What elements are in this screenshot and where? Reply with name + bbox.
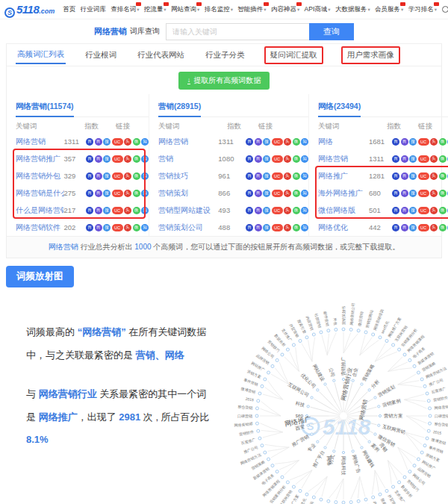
toutiao-icon[interactable]: 头 [284, 190, 291, 197]
so360-icon[interactable]: 搜 [409, 190, 417, 197]
wechat-icon[interactable]: 微 [133, 138, 140, 146]
keyword-link[interactable]: 网络 [318, 137, 369, 147]
wechat-icon[interactable]: 微 [439, 224, 447, 231]
uc-shenma-icon[interactable]: UC [418, 155, 429, 163]
keyword-link[interactable]: 网络营销外包 [16, 171, 64, 181]
keyword-link[interactable]: 营销技巧 [158, 171, 218, 181]
baidu-mobile-icon[interactable]: 百 [401, 207, 408, 214]
uc-shenma-icon[interactable]: UC [272, 138, 283, 146]
baidu-mobile-icon[interactable]: 百 [95, 138, 102, 146]
uc-shenma-icon[interactable]: UC [418, 207, 429, 214]
baidu-pc-icon[interactable]: 百 [86, 172, 93, 180]
toutiao-icon[interactable]: 头 [124, 224, 131, 231]
tab-行业代表网站[interactable]: 行业代表网站 [136, 47, 186, 63]
baidu-mobile-icon[interactable]: 百 [255, 224, 262, 231]
uc-shenma-icon[interactable]: UC [112, 224, 123, 231]
nav-item-内容神器[interactable]: 内容神器▾ [271, 5, 299, 14]
baidu-pc-icon[interactable]: 百 [246, 138, 253, 146]
baidu-pc-icon[interactable]: 百 [246, 207, 253, 214]
baidu-mobile-icon[interactable]: 百 [401, 172, 408, 180]
wechat-icon[interactable]: 微 [439, 138, 447, 146]
highlighted-term[interactable]: 8.1% [26, 434, 49, 445]
zhihu-icon[interactable]: 知 [141, 207, 149, 214]
baidu-pc-icon[interactable]: 百 [392, 138, 399, 146]
wechat-icon[interactable]: 微 [293, 172, 300, 180]
highlighted-term[interactable]: 营销、网络 [136, 349, 184, 361]
toutiao-icon[interactable]: 头 [284, 207, 291, 214]
wechat-icon[interactable]: 微 [293, 138, 300, 146]
so360-icon[interactable]: 搜 [263, 155, 270, 163]
toutiao-icon[interactable]: 头 [284, 155, 291, 163]
uc-shenma-icon[interactable]: UC [272, 172, 283, 180]
wechat-icon[interactable]: 微 [293, 155, 300, 163]
uc-shenma-icon[interactable]: UC [418, 172, 429, 180]
baidu-mobile-icon[interactable]: 百 [95, 224, 102, 231]
baidu-pc-icon[interactable]: 百 [86, 155, 93, 163]
zhihu-icon[interactable]: 知 [301, 172, 308, 180]
so360-icon[interactable]: 搜 [103, 190, 111, 197]
baidu-mobile-icon[interactable]: 百 [401, 190, 408, 197]
zhihu-icon[interactable]: 知 [141, 190, 149, 197]
zhihu-icon[interactable]: 知 [301, 207, 308, 214]
zhihu-icon[interactable]: 知 [301, 138, 308, 146]
tab-疑问词汇提取[interactable]: 疑问词汇提取 [264, 46, 323, 64]
wechat-icon[interactable]: 微 [439, 172, 447, 180]
nav-item-会员服务[interactable]: 会员服务▾ [375, 5, 403, 14]
so360-icon[interactable]: 搜 [409, 138, 417, 146]
baidu-pc-icon[interactable]: 百 [246, 155, 253, 163]
uc-shenma-icon[interactable]: UC [112, 138, 123, 146]
uc-shenma-icon[interactable]: UC [272, 190, 283, 197]
keyword-link[interactable]: 营销型网站建设 [158, 205, 218, 216]
toutiao-icon[interactable]: 头 [124, 155, 131, 163]
baidu-pc-icon[interactable]: 百 [246, 190, 253, 197]
baidu-pc-icon[interactable]: 百 [392, 190, 399, 197]
query-button[interactable]: 查询 [309, 23, 354, 40]
baidu-pc-icon[interactable]: 百 [86, 138, 93, 146]
nav-item-智能插件[interactable]: 智能插件▾ [237, 5, 266, 14]
toutiao-icon[interactable]: 头 [430, 172, 438, 180]
so360-icon[interactable]: 搜 [103, 172, 111, 180]
so360-icon[interactable]: 搜 [409, 207, 417, 214]
keyword-link[interactable]: 营销策划公司 [158, 223, 218, 233]
so360-icon[interactable]: 搜 [103, 138, 111, 146]
highlighted-term[interactable]: 2981 [119, 411, 140, 423]
keyword-link[interactable]: 微信网络版 [318, 205, 369, 216]
tab-用户需求画像[interactable]: 用户需求画像 [341, 46, 400, 64]
baidu-pc-icon[interactable]: 百 [392, 172, 399, 180]
baidu-mobile-icon[interactable]: 百 [401, 224, 408, 231]
toutiao-icon[interactable]: 头 [284, 172, 291, 180]
baidu-mobile-icon[interactable]: 百 [401, 138, 408, 146]
toutiao-icon[interactable]: 头 [124, 190, 131, 197]
so360-icon[interactable]: 搜 [409, 224, 417, 231]
highlighted-term[interactable]: 网络营销 [49, 243, 78, 251]
nav-item-首页[interactable]: 首页 [63, 5, 75, 14]
nav-item-API商城[interactable]: API商城▾ [305, 5, 331, 14]
uc-shenma-icon[interactable]: UC [418, 190, 429, 197]
so360-icon[interactable]: 搜 [263, 224, 270, 231]
baidu-mobile-icon[interactable]: 百 [95, 155, 102, 163]
zhihu-icon[interactable]: 知 [141, 155, 149, 163]
tab-行业子分类[interactable]: 行业子分类 [204, 47, 246, 63]
baidu-mobile-icon[interactable]: 百 [95, 207, 102, 214]
wechat-icon[interactable]: 微 [293, 207, 300, 214]
so360-icon[interactable]: 搜 [103, 207, 111, 214]
toutiao-icon[interactable]: 头 [124, 172, 131, 180]
uc-shenma-icon[interactable]: UC [272, 207, 283, 214]
baidu-pc-icon[interactable]: 百 [86, 224, 93, 231]
wechat-icon[interactable]: 微 [439, 190, 447, 197]
nav-item-挖流量[interactable]: 挖流量▾ [144, 5, 167, 14]
zhihu-icon[interactable]: 知 [301, 155, 308, 163]
keyword-link[interactable]: 什么是网络营销 [16, 205, 64, 216]
keyword-link[interactable]: 网络营销推广 [16, 154, 64, 164]
uc-shenma-icon[interactable]: UC [112, 155, 123, 163]
uc-shenma-icon[interactable]: UC [112, 190, 123, 197]
search-icon[interactable] [442, 6, 448, 13]
zhihu-icon[interactable]: 知 [301, 190, 308, 197]
baidu-mobile-icon[interactable]: 百 [255, 155, 262, 163]
so360-icon[interactable]: 搜 [263, 138, 270, 146]
wechat-icon[interactable]: 微 [133, 224, 140, 231]
keyword-link[interactable]: 营销策划 [158, 188, 218, 199]
baidu-mobile-icon[interactable]: 百 [95, 172, 102, 180]
baidu-mobile-icon[interactable]: 百 [255, 207, 262, 214]
so360-icon[interactable]: 搜 [263, 172, 270, 180]
